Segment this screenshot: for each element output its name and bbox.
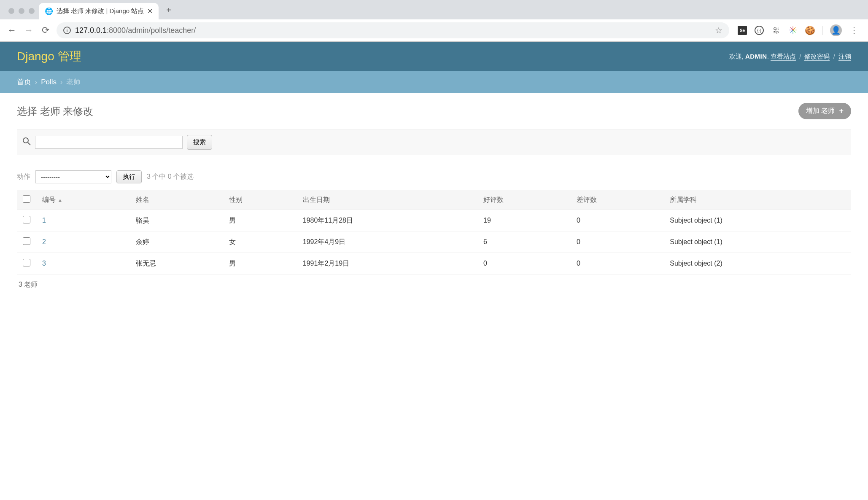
- extension-icons: Se {·} Gitzip ✳ 🍪 👤 ⋮: [734, 24, 862, 36]
- row-bad: 0: [571, 253, 664, 274]
- col-gender[interactable]: 性别: [223, 190, 297, 210]
- col-name[interactable]: 姓名: [130, 190, 223, 210]
- col-id[interactable]: 编号 ▲: [36, 190, 130, 210]
- tab-bar: 🌐 选择 老师 来修改 | Django 站点 ✕ +: [0, 0, 868, 19]
- select-all-header: [17, 190, 36, 210]
- go-button[interactable]: 执行: [116, 170, 142, 183]
- table-row: 3张无忌男1991年2月19日00Subject object (2): [17, 253, 851, 274]
- row-subject: Subject object (1): [664, 231, 851, 253]
- forward-button[interactable]: →: [23, 25, 35, 36]
- minimize-window-icon[interactable]: [19, 8, 24, 14]
- row-gender: 女: [223, 231, 297, 253]
- row-good: 0: [477, 253, 571, 274]
- username-text: ADMIN: [745, 53, 767, 60]
- gitzip-ext-icon[interactable]: Gitzip: [771, 26, 781, 35]
- maximize-window-icon[interactable]: [29, 8, 35, 14]
- view-site-link[interactable]: 查看站点: [771, 53, 796, 61]
- row-subject: Subject object (2): [664, 253, 851, 274]
- row-id-link[interactable]: 2: [42, 238, 46, 245]
- table-row: 2余婷女1992年4月9日60Subject object (1): [17, 231, 851, 253]
- braces-ext-icon[interactable]: {·}: [755, 26, 764, 35]
- svg-line-1: [28, 142, 30, 145]
- change-password-link[interactable]: 修改密码: [804, 53, 830, 61]
- search-bar: 搜索: [17, 129, 851, 155]
- row-name: 张无忌: [130, 253, 223, 274]
- site-info-icon[interactable]: i: [63, 27, 71, 34]
- row-checkbox[interactable]: [23, 259, 30, 266]
- globe-icon: 🌐: [45, 7, 53, 15]
- browser-menu-icon[interactable]: ⋮: [849, 26, 859, 35]
- toolbar-divider: [822, 26, 822, 35]
- col-good[interactable]: 好评数: [477, 190, 571, 210]
- search-icon: [22, 137, 31, 148]
- selenium-ext-icon[interactable]: Se: [738, 26, 747, 35]
- row-good: 19: [477, 210, 571, 231]
- table-row: 1骆昊男1980年11月28日190Subject object (1): [17, 210, 851, 231]
- spark-ext-icon[interactable]: ✳: [788, 26, 798, 35]
- row-name: 骆昊: [130, 210, 223, 231]
- search-button[interactable]: 搜索: [187, 135, 212, 150]
- actions-select[interactable]: ---------: [35, 170, 111, 183]
- django-header: Django 管理 欢迎, ADMIN. 查看站点 / 修改密码 / 注销: [0, 42, 868, 71]
- row-gender: 男: [223, 253, 297, 274]
- row-checkbox[interactable]: [23, 216, 30, 223]
- row-bad: 0: [571, 210, 664, 231]
- svg-point-0: [23, 138, 28, 143]
- selection-counter: 3 个中 0 个被选: [147, 172, 194, 181]
- col-birth[interactable]: 出生日期: [297, 190, 477, 210]
- row-id-link[interactable]: 1: [42, 217, 46, 224]
- title-row: 选择 老师 来修改 增加 老师 +: [17, 103, 851, 119]
- sort-asc-icon: ▲: [57, 197, 62, 203]
- row-gender: 男: [223, 210, 297, 231]
- add-teacher-button[interactable]: 增加 老师 +: [798, 103, 851, 119]
- col-subject[interactable]: 所属学科: [664, 190, 851, 210]
- bookmark-star-icon[interactable]: ☆: [715, 25, 722, 35]
- breadcrumb-model: 老师: [66, 78, 81, 86]
- profile-avatar-icon[interactable]: 👤: [830, 24, 842, 36]
- close-window-icon[interactable]: [8, 8, 14, 14]
- row-birth: 1992年4月9日: [297, 231, 477, 253]
- breadcrumb-home[interactable]: 首页: [17, 78, 31, 86]
- url-text: 127.0.0.1:8000/admin/polls/teacher/: [75, 26, 196, 35]
- url-host: 127.0.0.1: [75, 26, 107, 35]
- back-button[interactable]: ←: [6, 25, 18, 36]
- address-bar: ← → ⟳ i 127.0.0.1:8000/admin/polls/teach…: [0, 19, 868, 41]
- select-all-checkbox[interactable]: [23, 195, 30, 203]
- browser-tab[interactable]: 🌐 选择 老师 来修改 | Django 站点 ✕: [39, 3, 159, 19]
- paginator: 3 老师: [17, 274, 851, 295]
- logout-link[interactable]: 注销: [838, 53, 851, 61]
- new-tab-button[interactable]: +: [159, 1, 179, 19]
- url-path: /admin/polls/teacher/: [126, 26, 196, 35]
- row-birth: 1980年11月28日: [297, 210, 477, 231]
- row-name: 余婷: [130, 231, 223, 253]
- results-table: 编号 ▲ 姓名 性别 出生日期 好评数 差评数 所属学科 1骆昊男1980年11…: [17, 190, 851, 274]
- user-tools: 欢迎, ADMIN. 查看站点 / 修改密码 / 注销: [729, 53, 851, 61]
- search-input[interactable]: [35, 136, 183, 149]
- traffic-lights: [4, 8, 39, 19]
- browser-chrome: 🌐 选择 老师 来修改 | Django 站点 ✕ + ← → ⟳ i 127.…: [0, 0, 868, 42]
- cookie-ext-icon[interactable]: 🍪: [805, 26, 814, 35]
- col-id-label: 编号: [42, 196, 56, 203]
- url-field[interactable]: i 127.0.0.1:8000/admin/polls/teacher/ ☆: [57, 22, 729, 38]
- reload-button[interactable]: ⟳: [40, 25, 51, 36]
- row-birth: 1991年2月19日: [297, 253, 477, 274]
- plus-icon: +: [839, 107, 844, 116]
- col-bad[interactable]: 差评数: [571, 190, 664, 210]
- add-button-label: 增加 老师: [806, 107, 835, 116]
- close-tab-icon[interactable]: ✕: [147, 7, 153, 15]
- row-bad: 0: [571, 231, 664, 253]
- row-good: 6: [477, 231, 571, 253]
- row-subject: Subject object (1): [664, 210, 851, 231]
- row-id-link[interactable]: 3: [42, 260, 46, 267]
- row-checkbox[interactable]: [23, 237, 30, 245]
- page-title: 选择 老师 来修改: [17, 105, 93, 118]
- branding[interactable]: Django 管理: [17, 48, 81, 65]
- actions-label: 动作: [17, 172, 30, 181]
- breadcrumb-app[interactable]: Polls: [41, 78, 57, 86]
- content: 选择 老师 来修改 增加 老师 + 搜索 动作 --------- 执行 3 个…: [0, 93, 868, 305]
- url-port: :8000: [107, 26, 126, 35]
- welcome-text: 欢迎,: [729, 53, 744, 60]
- actions-row: 动作 --------- 执行 3 个中 0 个被选: [17, 166, 851, 188]
- tab-title: 选择 老师 来修改 | Django 站点: [57, 7, 144, 15]
- breadcrumbs: 首页 › Polls › 老师: [0, 71, 868, 93]
